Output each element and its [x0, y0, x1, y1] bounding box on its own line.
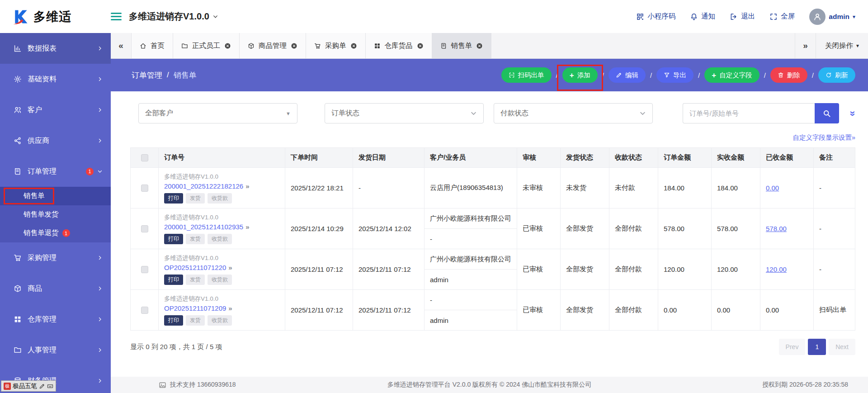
tab-purchase-orders[interactable]: 采购单 — [306, 33, 366, 58]
tabs-scroll-right-icon[interactable]: » — [795, 33, 816, 58]
receipt-badge[interactable]: 收货款 — [208, 193, 232, 204]
actual-amount-cell: 578.00 — [712, 208, 760, 249]
close-icon[interactable] — [291, 43, 297, 49]
pencil-icon[interactable] — [39, 383, 45, 389]
close-icon[interactable] — [350, 43, 357, 49]
salesperson-cell: - — [425, 229, 517, 249]
fullscreen-button[interactable]: 全屏 — [769, 12, 795, 21]
miniprogram-qr-button[interactable]: 小程序码 — [636, 12, 675, 21]
remark-cell: - — [814, 168, 855, 208]
sidebar-item-sales-order-shipping[interactable]: 销售单发货 — [0, 205, 111, 224]
ship-badge[interactable]: 发货 — [186, 275, 205, 285]
print-badge[interactable]: 打印 — [164, 315, 183, 326]
pagination-prev-button[interactable]: Prev — [779, 339, 806, 355]
logout-button[interactable]: 退出 — [730, 12, 755, 21]
receipt-badge[interactable]: 收货款 — [208, 275, 232, 285]
order-more-icon[interactable]: » — [228, 264, 232, 271]
sidebar-item-purchase-management[interactable]: 采购管理 — [0, 242, 111, 273]
ime-toolbar[interactable]: 极 极品五笔 — [1, 380, 56, 392]
refresh-button[interactable]: 刷新 — [818, 67, 855, 83]
actual-amount-cell: 120.00 — [712, 249, 760, 290]
close-icon[interactable] — [476, 43, 483, 49]
order-number-link[interactable]: 200001_20251222182126 — [164, 182, 243, 190]
tab-warehouse-goods[interactable]: 仓库货品 — [366, 33, 432, 58]
breadcrumb-parent[interactable]: 订单管理 — [132, 70, 162, 80]
export-button[interactable]: 导出 — [656, 67, 693, 83]
sidebar-item-warehouse-management[interactable]: 仓库管理 — [0, 304, 111, 335]
scan-order-button[interactable]: 扫码出单 — [501, 67, 552, 83]
logout-icon — [730, 13, 738, 21]
search-group — [683, 103, 839, 123]
print-badge[interactable]: 打印 — [164, 275, 183, 285]
custom-field-button[interactable]: + 自定义字段 — [704, 67, 759, 83]
receipt-badge[interactable]: 收货款 — [208, 234, 232, 244]
order-number-link[interactable]: 200001_20251214102935 — [164, 223, 243, 231]
refresh-icon — [826, 72, 832, 78]
pagination-next-button[interactable]: Next — [829, 339, 855, 355]
received-amount-link[interactable]: 578.00 — [766, 225, 787, 232]
customer-filter-select[interactable]: 全部客户 ▼ — [138, 103, 297, 123]
sidebar-item-hr-management[interactable]: 人事管理 — [0, 335, 111, 365]
delete-button[interactable]: 删除 — [770, 67, 807, 83]
sidebar-item-products[interactable]: 商品 — [0, 273, 111, 304]
order-status-value: 订单状态 — [331, 109, 359, 118]
row-checkbox[interactable] — [141, 307, 148, 314]
tab-home[interactable]: 首页 — [132, 33, 173, 58]
breadcrumb-current: 销售单 — [174, 70, 197, 80]
app-title-dropdown[interactable]: 多维适进销存V1.0.0 — [129, 10, 218, 23]
print-badge[interactable]: 打印 — [164, 234, 183, 244]
order-more-icon[interactable]: » — [245, 223, 249, 231]
hamburger-menu-icon[interactable] — [111, 13, 122, 20]
tab-regular-employees[interactable]: 正式员工 — [173, 33, 240, 58]
close-icon[interactable] — [417, 43, 424, 49]
row-checkbox[interactable] — [141, 185, 148, 192]
sidebar-item-suppliers[interactable]: 供应商 — [0, 125, 111, 156]
sidebar-item-data-reports[interactable]: 数据报表 — [0, 33, 111, 64]
keyboard-icon[interactable] — [47, 383, 53, 389]
search-input[interactable] — [683, 103, 815, 123]
ship-badge[interactable]: 发货 — [186, 193, 205, 204]
ship-badge[interactable]: 发货 — [186, 234, 205, 244]
remark-cell: 扫码出单 — [814, 290, 855, 331]
ship-status-cell: 全部发货 — [561, 290, 609, 331]
receipt-badge[interactable]: 收货款 — [208, 315, 232, 326]
add-button[interactable]: + 添加 — [562, 67, 598, 83]
row-checkbox[interactable] — [141, 266, 148, 273]
order-more-icon[interactable]: » — [245, 182, 249, 190]
user-menu[interactable]: admin ▾ — [809, 9, 855, 25]
sidebar-item-customers[interactable]: 客户 — [0, 95, 111, 125]
print-badge[interactable]: 打印 — [164, 193, 183, 204]
order-number-link[interactable]: OP20251211071209 — [164, 304, 226, 312]
order-more-icon[interactable]: » — [228, 304, 232, 312]
edit-button[interactable]: 编辑 — [609, 67, 646, 83]
tabs-scroll-left-icon[interactable]: « — [111, 33, 132, 58]
sidebar-item-sales-orders[interactable]: 销售单 — [0, 187, 111, 205]
row-checkbox[interactable] — [141, 225, 148, 232]
custom-field-display-settings-link[interactable]: 自定义字段显示设置» — [793, 133, 855, 142]
received-amount-link[interactable]: 120.00 — [766, 265, 787, 273]
search-button[interactable] — [815, 103, 839, 123]
payment-status-select[interactable]: 付款状态 — [494, 103, 653, 123]
remark-cell: - — [814, 249, 855, 290]
sidebar-item-basic-data[interactable]: 基础资料 — [0, 64, 111, 95]
received-amount-link[interactable]: 0.00 — [766, 184, 779, 192]
actual-amount-cell: 0.00 — [712, 290, 760, 331]
sidebar-item-order-management[interactable]: 订单管理 1 — [0, 156, 111, 187]
close-operations-dropdown[interactable]: 关闭操作 ▾ — [816, 33, 868, 58]
ship-badge[interactable]: 发货 — [186, 315, 205, 326]
close-icon[interactable] — [224, 43, 231, 49]
tab-sales-orders[interactable]: 销售单 — [432, 33, 492, 58]
notifications-button[interactable]: 通知 — [690, 12, 715, 21]
tab-label: 采购单 — [325, 41, 346, 51]
pagination-page-1-button[interactable]: 1 — [808, 339, 826, 355]
select-all-checkbox[interactable] — [141, 154, 148, 161]
expand-filters-icon[interactable]: » — [848, 110, 858, 116]
order-status-select[interactable]: 订单状态 — [325, 103, 484, 123]
tab-product-management[interactable]: 商品管理 — [240, 33, 306, 58]
users-icon — [14, 106, 22, 114]
brand-logo-icon — [12, 8, 30, 26]
order-number-link[interactable]: OP20251211071220 — [164, 264, 226, 271]
sidebar-item-sales-order-returns[interactable]: 销售单退货 1 — [0, 224, 111, 242]
chevron-down-icon — [639, 110, 646, 117]
sidebar: 数据报表 基础资料 客户 供应商 订单管理 1 销售单 — [0, 33, 111, 393]
